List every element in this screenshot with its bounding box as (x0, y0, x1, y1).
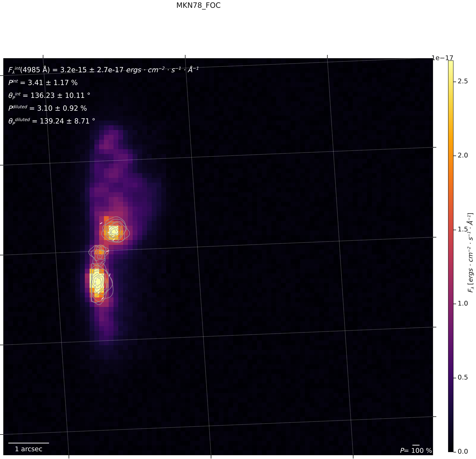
colorbar-tick (453, 156, 456, 156)
colorbar-tick (453, 452, 456, 452)
polarization-scale-bar (412, 445, 419, 445)
axis-tick (185, 55, 186, 58)
colorbar-axis-label: Fλ [ergs · cm−2 · s−1 · Å−1] (467, 213, 475, 293)
colorbar-tick-label: 1.0 (458, 300, 468, 307)
axis-tick (433, 237, 436, 237)
axis-tick (433, 147, 436, 148)
colorbar-tick (453, 230, 456, 230)
axis-tick (211, 455, 211, 459)
annotation-flux: Fλint(4985 Å) = 3.2e-15 ± 2.7e-17 ergs ·… (8, 62, 199, 75)
axis-tick (0, 165, 3, 165)
annotation-theta-int: θPint = 136.23 ± 10.11 ° (8, 88, 199, 100)
axis-tick (433, 416, 436, 417)
axis-tick (433, 327, 436, 327)
axis-tick (0, 255, 3, 255)
scalebar-label: 1 arcsec (15, 445, 42, 453)
polarization-scale-label: P= 100 % (400, 447, 432, 454)
axis-tick (43, 55, 43, 58)
colorbar-tick-label: 0.0 (458, 448, 468, 455)
scalebar-line (8, 443, 49, 443)
figure-title: MKN78_FOC (176, 1, 221, 9)
figure-page: { "title": "MKN78_FOC", "annotations": {… (0, 0, 476, 459)
colorbar-tick (453, 378, 456, 378)
colorbar (448, 60, 453, 452)
axis-tick (69, 455, 69, 459)
annotation-theta-diluted: θPdiluted = 139.24 ± 8.71 ° (8, 113, 199, 126)
colorbar-tick (453, 304, 456, 304)
colorbar-offset-label: 1e−17 (431, 54, 453, 62)
axis-tick (0, 434, 3, 435)
colorbar-tick-label: 2.0 (458, 151, 468, 159)
measurement-annotations: Fλint(4985 Å) = 3.2e-15 ± 2.7e-17 ergs ·… (8, 62, 199, 126)
colorbar-tick (453, 82, 456, 82)
colorbar-tick-label: 0.5 (458, 373, 468, 381)
axis-tick (327, 55, 328, 58)
colorbar-tick-label: 2.5 (458, 77, 468, 85)
axis-tick (353, 455, 353, 459)
axis-tick (0, 75, 3, 76)
annotation-p-int: Pint = 3.41 ± 1.17 % (8, 75, 199, 88)
axis-tick (0, 345, 3, 345)
annotation-p-diluted: Pdiluted = 3.10 ± 0.92 % (8, 100, 199, 113)
